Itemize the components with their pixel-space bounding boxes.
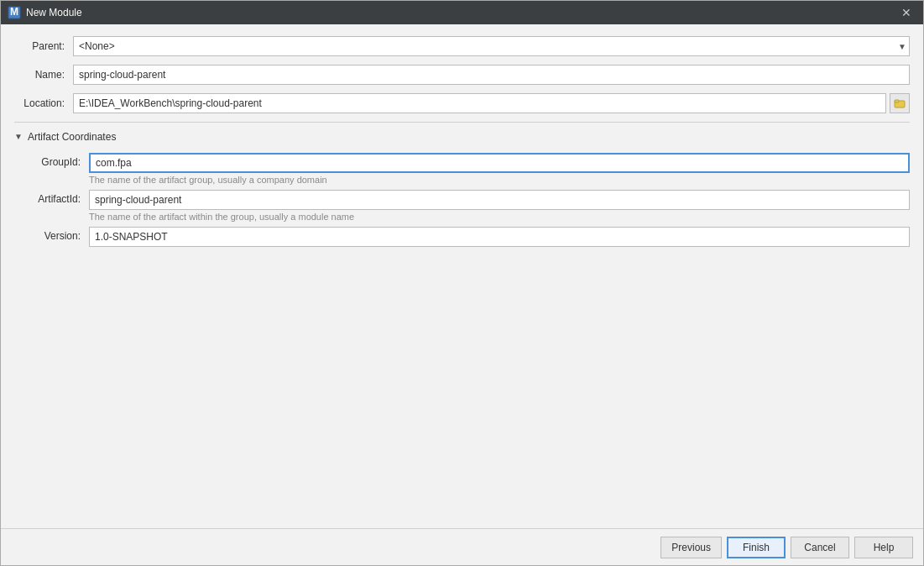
- artifact-section: ▼ Artifact Coordinates GroupId: The name…: [14, 131, 910, 247]
- browse-button[interactable]: [890, 93, 910, 113]
- section-header: ▼ Artifact Coordinates: [14, 131, 910, 143]
- parent-select[interactable]: <None>: [73, 36, 910, 56]
- parent-select-wrapper: <None> ▼: [73, 36, 910, 56]
- close-button[interactable]: ✕: [896, 5, 916, 20]
- collapse-icon[interactable]: ▼: [14, 132, 24, 142]
- divider: [14, 122, 910, 123]
- name-input[interactable]: [73, 65, 910, 85]
- version-field-wrapper: [89, 227, 910, 247]
- version-row: Version:: [26, 227, 910, 247]
- version-input[interactable]: [89, 227, 910, 247]
- svg-rect-3: [895, 100, 899, 102]
- name-label: Name:: [14, 69, 73, 81]
- artifactid-field-wrapper: The name of the artifact within the grou…: [89, 190, 910, 222]
- svg-text:M: M: [10, 6, 18, 18]
- parent-label: Parent:: [14, 40, 73, 52]
- new-module-dialog: M New Module ✕ Parent: <None> ▼ Name: Lo…: [0, 0, 924, 566]
- section-title: Artifact Coordinates: [28, 131, 116, 143]
- cancel-button[interactable]: Cancel: [791, 537, 849, 558]
- groupid-label: GroupId:: [26, 153, 89, 168]
- dialog-content: Parent: <None> ▼ Name: Location:: [1, 24, 923, 528]
- finish-button[interactable]: Finish: [727, 537, 786, 558]
- title-bar: M New Module ✕: [1, 1, 923, 24]
- artifactid-row: ArtifactId: The name of the artifact wit…: [26, 190, 910, 222]
- name-row: Name:: [14, 65, 910, 85]
- help-button[interactable]: Help: [854, 537, 913, 558]
- artifact-form: GroupId: The name of the artifact group,…: [26, 153, 910, 247]
- groupid-row: GroupId: The name of the artifact group,…: [26, 153, 910, 185]
- folder-icon: [894, 97, 906, 109]
- parent-row: Parent: <None> ▼: [14, 36, 910, 56]
- artifactid-input[interactable]: [89, 190, 910, 210]
- version-label: Version:: [26, 227, 89, 242]
- dialog-icon: M: [8, 6, 21, 19]
- groupid-hint: The name of the artifact group, usually …: [89, 175, 910, 185]
- location-row: Location:: [14, 93, 910, 113]
- location-input[interactable]: [73, 93, 886, 113]
- previous-button[interactable]: Previous: [660, 537, 722, 558]
- location-label: Location:: [14, 97, 73, 109]
- dialog-title: New Module: [26, 7, 896, 18]
- groupid-input[interactable]: [89, 153, 910, 173]
- groupid-field-wrapper: The name of the artifact group, usually …: [89, 153, 910, 185]
- dialog-footer: Previous Finish Cancel Help: [1, 528, 923, 565]
- artifactid-label: ArtifactId:: [26, 190, 89, 205]
- location-wrapper: [73, 93, 910, 113]
- artifactid-hint: The name of the artifact within the grou…: [89, 212, 910, 222]
